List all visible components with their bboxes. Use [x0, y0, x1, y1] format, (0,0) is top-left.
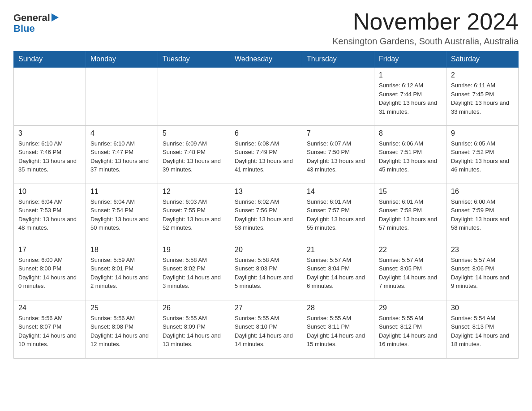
day-info: Sunrise: 5:58 AMSunset: 8:03 PMDaylight:…	[235, 256, 297, 291]
day-number: 18	[90, 246, 153, 254]
day-number: 16	[451, 188, 514, 196]
day-number: 5	[163, 129, 225, 137]
day-info: Sunrise: 5:57 AMSunset: 8:05 PMDaylight:…	[379, 256, 442, 291]
day-number: 12	[163, 188, 225, 196]
day-number: 30	[451, 304, 514, 312]
table-row: 24Sunrise: 5:56 AMSunset: 8:07 PMDayligh…	[14, 300, 86, 358]
calendar-header-row: Sunday Monday Tuesday Wednesday Thursday…	[14, 51, 519, 68]
table-row	[14, 67, 86, 125]
table-row: 20Sunrise: 5:58 AMSunset: 8:03 PMDayligh…	[230, 242, 302, 300]
day-number: 21	[307, 246, 369, 254]
table-row: 26Sunrise: 5:55 AMSunset: 8:09 PMDayligh…	[158, 300, 230, 358]
day-info: Sunrise: 6:08 AMSunset: 7:49 PMDaylight:…	[235, 139, 297, 174]
day-number: 2	[451, 71, 514, 79]
logo-blue-text: Blue	[13, 23, 59, 34]
day-info: Sunrise: 6:00 AMSunset: 8:00 PMDaylight:…	[18, 256, 81, 291]
table-row: 28Sunrise: 5:55 AMSunset: 8:11 PMDayligh…	[302, 300, 374, 358]
col-thursday: Thursday	[302, 51, 374, 68]
day-info: Sunrise: 5:56 AMSunset: 8:08 PMDaylight:…	[90, 314, 153, 349]
calendar-week-5: 24Sunrise: 5:56 AMSunset: 8:07 PMDayligh…	[14, 300, 519, 358]
day-number: 20	[235, 246, 297, 254]
table-row: 13Sunrise: 6:02 AMSunset: 7:56 PMDayligh…	[230, 184, 302, 242]
day-info: Sunrise: 5:56 AMSunset: 8:07 PMDaylight:…	[18, 314, 81, 349]
table-row: 8Sunrise: 6:06 AMSunset: 7:51 PMDaylight…	[374, 125, 446, 184]
col-wednesday: Wednesday	[230, 51, 302, 68]
table-row: 14Sunrise: 6:01 AMSunset: 7:57 PMDayligh…	[302, 184, 374, 242]
day-number: 15	[379, 188, 442, 196]
table-row: 23Sunrise: 5:57 AMSunset: 8:06 PMDayligh…	[446, 242, 519, 300]
table-row	[302, 67, 374, 125]
table-row	[86, 67, 158, 125]
day-info: Sunrise: 6:12 AMSunset: 7:44 PMDaylight:…	[379, 81, 442, 116]
day-info: Sunrise: 5:58 AMSunset: 8:02 PMDaylight:…	[163, 256, 225, 291]
day-number: 28	[307, 304, 369, 312]
day-info: Sunrise: 6:05 AMSunset: 7:52 PMDaylight:…	[451, 139, 514, 174]
table-row: 10Sunrise: 6:04 AMSunset: 7:53 PMDayligh…	[14, 184, 86, 242]
table-row	[230, 67, 302, 125]
day-info: Sunrise: 5:54 AMSunset: 8:13 PMDaylight:…	[451, 314, 514, 349]
table-row: 25Sunrise: 5:56 AMSunset: 8:08 PMDayligh…	[86, 300, 158, 358]
day-info: Sunrise: 5:57 AMSunset: 8:04 PMDaylight:…	[307, 256, 369, 291]
table-row: 12Sunrise: 6:03 AMSunset: 7:55 PMDayligh…	[158, 184, 230, 242]
table-row: 4Sunrise: 6:10 AMSunset: 7:47 PMDaylight…	[86, 125, 158, 184]
day-info: Sunrise: 6:01 AMSunset: 7:57 PMDaylight:…	[307, 197, 369, 232]
calendar-table: Sunday Monday Tuesday Wednesday Thursday…	[13, 51, 519, 359]
table-row: 29Sunrise: 5:55 AMSunset: 8:12 PMDayligh…	[374, 300, 446, 358]
day-info: Sunrise: 6:00 AMSunset: 7:59 PMDaylight:…	[451, 197, 514, 232]
day-number: 22	[379, 246, 442, 254]
calendar-week-3: 10Sunrise: 6:04 AMSunset: 7:53 PMDayligh…	[14, 184, 519, 242]
table-row: 15Sunrise: 6:01 AMSunset: 7:58 PMDayligh…	[374, 184, 446, 242]
logo: General Blue	[13, 13, 59, 34]
table-row: 5Sunrise: 6:09 AMSunset: 7:48 PMDaylight…	[158, 125, 230, 184]
day-number: 3	[18, 129, 81, 137]
day-info: Sunrise: 6:11 AMSunset: 7:45 PMDaylight:…	[451, 81, 514, 116]
day-info: Sunrise: 6:10 AMSunset: 7:47 PMDaylight:…	[90, 139, 153, 174]
day-number: 11	[90, 188, 153, 196]
day-number: 19	[163, 246, 225, 254]
day-number: 24	[18, 304, 81, 312]
day-number: 10	[18, 188, 81, 196]
day-info: Sunrise: 6:09 AMSunset: 7:48 PMDaylight:…	[163, 139, 225, 174]
day-number: 26	[163, 304, 225, 312]
table-row: 27Sunrise: 5:55 AMSunset: 8:10 PMDayligh…	[230, 300, 302, 358]
day-number: 9	[451, 129, 514, 137]
day-info: Sunrise: 6:10 AMSunset: 7:46 PMDaylight:…	[18, 139, 81, 174]
day-info: Sunrise: 5:55 AMSunset: 8:12 PMDaylight:…	[379, 314, 442, 349]
day-info: Sunrise: 6:04 AMSunset: 7:54 PMDaylight:…	[90, 197, 153, 232]
day-info: Sunrise: 5:55 AMSunset: 8:11 PMDaylight:…	[307, 314, 369, 349]
table-row: 1Sunrise: 6:12 AMSunset: 7:44 PMDaylight…	[374, 67, 446, 125]
day-number: 25	[90, 304, 153, 312]
day-info: Sunrise: 6:01 AMSunset: 7:58 PMDaylight:…	[379, 197, 442, 232]
table-row: 2Sunrise: 6:11 AMSunset: 7:45 PMDaylight…	[446, 67, 519, 125]
day-info: Sunrise: 5:55 AMSunset: 8:10 PMDaylight:…	[235, 314, 297, 349]
table-row	[158, 67, 230, 125]
day-info: Sunrise: 5:55 AMSunset: 8:09 PMDaylight:…	[163, 314, 225, 349]
day-number: 14	[307, 188, 369, 196]
day-info: Sunrise: 6:06 AMSunset: 7:51 PMDaylight:…	[379, 139, 442, 174]
table-row: 30Sunrise: 5:54 AMSunset: 8:13 PMDayligh…	[446, 300, 519, 358]
title-area: November 2024 Kensington Gardens, South …	[332, 9, 519, 47]
col-friday: Friday	[374, 51, 446, 68]
table-row: 11Sunrise: 6:04 AMSunset: 7:54 PMDayligh…	[86, 184, 158, 242]
day-number: 1	[379, 71, 442, 79]
day-number: 27	[235, 304, 297, 312]
table-row: 9Sunrise: 6:05 AMSunset: 7:52 PMDaylight…	[446, 125, 519, 184]
day-info: Sunrise: 5:57 AMSunset: 8:06 PMDaylight:…	[451, 256, 514, 291]
table-row: 6Sunrise: 6:08 AMSunset: 7:49 PMDaylight…	[230, 125, 302, 184]
col-saturday: Saturday	[446, 51, 519, 68]
day-number: 6	[235, 129, 297, 137]
table-row: 17Sunrise: 6:00 AMSunset: 8:00 PMDayligh…	[14, 242, 86, 300]
col-sunday: Sunday	[14, 51, 86, 68]
day-number: 4	[90, 129, 153, 137]
table-row: 16Sunrise: 6:00 AMSunset: 7:59 PMDayligh…	[446, 184, 519, 242]
day-number: 29	[379, 304, 442, 312]
day-info: Sunrise: 6:02 AMSunset: 7:56 PMDaylight:…	[235, 197, 297, 232]
calendar-week-2: 3Sunrise: 6:10 AMSunset: 7:46 PMDaylight…	[14, 125, 519, 184]
calendar-week-4: 17Sunrise: 6:00 AMSunset: 8:00 PMDayligh…	[14, 242, 519, 300]
day-number: 8	[379, 129, 442, 137]
day-info: Sunrise: 6:03 AMSunset: 7:55 PMDaylight:…	[163, 197, 225, 232]
day-info: Sunrise: 5:59 AMSunset: 8:01 PMDaylight:…	[90, 256, 153, 291]
table-row: 19Sunrise: 5:58 AMSunset: 8:02 PMDayligh…	[158, 242, 230, 300]
location-subtitle: Kensington Gardens, South Australia, Aus…	[332, 36, 519, 47]
table-row: 21Sunrise: 5:57 AMSunset: 8:04 PMDayligh…	[302, 242, 374, 300]
